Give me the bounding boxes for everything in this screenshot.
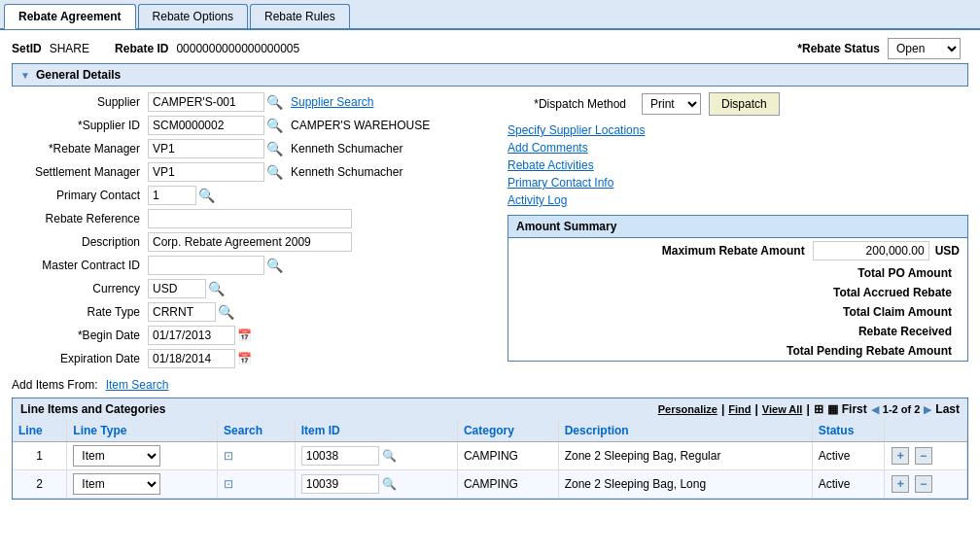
dispatch-method-select[interactable]: Print Email Fax: [642, 93, 701, 115]
line-items-table: Line Line Type Search Item ID Category D…: [13, 420, 967, 499]
rebate-reference-input[interactable]: [148, 209, 352, 228]
add-row-button-1[interactable]: +: [892, 475, 909, 493]
begin-date-calendar-icon[interactable]: 📅: [237, 329, 252, 342]
rebate-id-label: Rebate ID: [115, 42, 168, 55]
currency-row: Currency 🔍: [12, 279, 488, 298]
table-row: 2 Item Category ⊡ 🔍 CAMPING Zone 2 Sleep…: [13, 470, 967, 499]
search-icon-1[interactable]: ⊡: [224, 477, 233, 491]
rebate-activities-link[interactable]: Rebate Activities: [508, 158, 968, 172]
rebate-manager-input[interactable]: [148, 139, 264, 158]
expiration-date-label: Expiration Date: [12, 352, 148, 365]
personalize-link[interactable]: Personalize: [658, 403, 718, 415]
supplier-id-row: *Supplier ID 🔍 CAMPER'S WAREHOUSE: [12, 116, 488, 135]
add-row-button-0[interactable]: +: [892, 447, 909, 465]
rate-type-lookup-icon[interactable]: 🔍: [218, 304, 234, 320]
add-comments-link[interactable]: Add Comments: [508, 141, 968, 155]
specify-supplier-locations-link[interactable]: Specify Supplier Locations: [508, 123, 968, 137]
tab-rebate-rules[interactable]: Rebate Rules: [250, 4, 350, 28]
right-links: Specify Supplier Locations Add Comments …: [508, 123, 968, 207]
description-input[interactable]: [148, 232, 352, 252]
supplier-search-link[interactable]: Supplier Search: [291, 95, 373, 109]
collapse-icon: ▼: [20, 70, 30, 81]
col-description: Description: [558, 420, 812, 442]
rebate-manager-lookup-icon[interactable]: 🔍: [266, 141, 283, 156]
master-contract-lookup-icon[interactable]: 🔍: [266, 258, 283, 273]
rate-type-row: Rate Type 🔍: [12, 302, 488, 322]
expiration-date-input[interactable]: [148, 349, 235, 368]
master-contract-input[interactable]: [148, 256, 264, 275]
expiration-date-calendar-icon[interactable]: 📅: [237, 352, 252, 365]
search-icon-0[interactable]: ⊡: [224, 449, 233, 463]
primary-contact-input[interactable]: [148, 186, 196, 205]
tab-bar: Rebate Agreement Rebate Options Rebate R…: [0, 0, 980, 30]
add-items-row: Add Items From: Item Search: [12, 378, 968, 392]
remove-row-button-1[interactable]: −: [915, 475, 932, 493]
col-line-type: Line Type: [67, 420, 218, 442]
col-category: Category: [457, 420, 558, 442]
rebate-manager-label: *Rebate Manager: [12, 142, 148, 156]
begin-date-input[interactable]: [148, 326, 235, 345]
currency-input[interactable]: [148, 279, 206, 298]
primary-contact-info-link[interactable]: Primary Contact Info: [508, 176, 968, 190]
supplier-lookup-icon[interactable]: 🔍: [266, 94, 283, 110]
supplier-row: Supplier 🔍 Supplier Search: [12, 92, 488, 112]
table-header-row: Line Line Type Search Item ID Category D…: [13, 420, 967, 442]
item-search-link[interactable]: Item Search: [106, 378, 169, 392]
primary-contact-row: Primary Contact 🔍: [12, 186, 488, 205]
item-id-lookup-icon-1[interactable]: 🔍: [382, 477, 397, 491]
item-id-input-0[interactable]: [301, 446, 379, 466]
left-column: Supplier 🔍 Supplier Search *Supplier ID …: [12, 92, 488, 372]
cell-description-1: Zone 2 Sleeping Bag, Long: [558, 470, 812, 499]
rebate-id-value: 0000000000000000005: [176, 42, 299, 55]
max-rebate-input[interactable]: [813, 241, 929, 260]
total-po-row: Total PO Amount: [508, 263, 967, 283]
setid-value: SHARE: [50, 42, 89, 55]
pipe-3: |: [806, 402, 809, 416]
currency-label: Currency: [12, 282, 148, 295]
total-claim-row: Total Claim Amount: [508, 302, 967, 322]
begin-date-label: *Begin Date: [12, 329, 148, 342]
next-page-button[interactable]: ▶: [924, 403, 931, 416]
cell-item-id-0: 🔍: [295, 442, 457, 470]
header-right: *Rebate Status Open Closed Pending: [797, 38, 968, 59]
primary-contact-lookup-icon[interactable]: 🔍: [198, 188, 215, 203]
cell-line-1: 2: [13, 470, 67, 499]
setid-label: SetID: [12, 42, 42, 55]
description-label: Description: [12, 235, 148, 249]
settlement-manager-lookup-icon[interactable]: 🔍: [266, 164, 283, 180]
cell-category-0: CAMPING: [457, 442, 558, 470]
view-all-link[interactable]: View All: [762, 403, 803, 415]
supplier-input[interactable]: [148, 92, 264, 112]
settlement-manager-input[interactable]: [148, 162, 264, 182]
find-link[interactable]: Find: [728, 403, 751, 415]
rebate-status-label: *Rebate Status: [797, 42, 880, 55]
supplier-id-lookup-icon[interactable]: 🔍: [266, 118, 283, 133]
tab-rebate-options[interactable]: Rebate Options: [138, 4, 248, 28]
rebate-manager-row: *Rebate Manager 🔍 Kenneth Schumacher: [12, 139, 488, 158]
cell-search-1: ⊡: [218, 470, 296, 499]
tab-rebate-agreement[interactable]: Rebate Agreement: [4, 4, 136, 29]
total-pending-row: Total Pending Rebate Amount: [508, 341, 967, 361]
remove-row-button-0[interactable]: −: [915, 447, 932, 465]
amount-summary-header: Amount Summary: [508, 216, 967, 238]
supplier-name: CAMPER'S WAREHOUSE: [291, 119, 430, 132]
rebate-received-label: Rebate Received: [757, 325, 952, 338]
general-details-content: Supplier 🔍 Supplier Search *Supplier ID …: [12, 92, 968, 372]
rebate-status-select[interactable]: Open Closed Pending: [888, 38, 961, 59]
line-type-select-1[interactable]: Item Category: [73, 473, 160, 495]
prev-page-button[interactable]: ◀: [871, 403, 879, 416]
amount-summary-section: Amount Summary Maximum Rebate Amount USD…: [508, 215, 968, 362]
right-column: *Dispatch Method Print Email Fax Dispatc…: [488, 92, 968, 372]
line-type-select-0[interactable]: Item Category: [73, 445, 160, 467]
general-details-header[interactable]: ▼ General Details: [12, 63, 968, 87]
rebate-reference-row: Rebate Reference: [12, 209, 488, 228]
max-rebate-currency: USD: [935, 244, 960, 258]
item-id-lookup-icon-0[interactable]: 🔍: [382, 449, 397, 463]
currency-lookup-icon[interactable]: 🔍: [208, 281, 225, 296]
activity-log-link[interactable]: Activity Log: [508, 193, 968, 207]
rate-type-input[interactable]: [148, 302, 216, 322]
table-icon: ▦: [827, 402, 838, 416]
supplier-id-input[interactable]: [148, 116, 264, 135]
dispatch-button[interactable]: Dispatch: [709, 92, 780, 116]
item-id-input-1[interactable]: [301, 474, 379, 494]
